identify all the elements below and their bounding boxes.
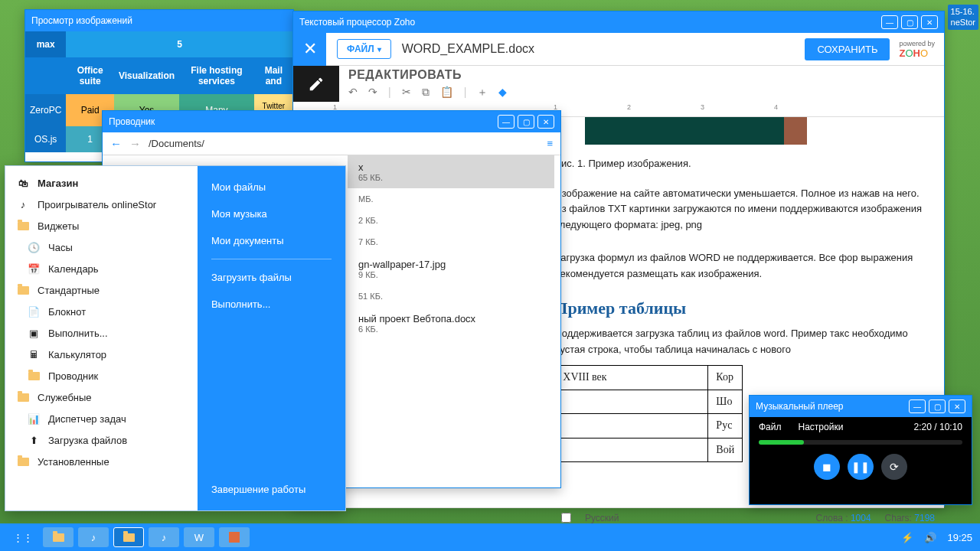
taskbar-app-music[interactable]: ♪: [149, 527, 179, 547]
start-item-13[interactable]: Установленные: [5, 451, 198, 472]
explorer-nav: ← → /Documents/ ≡: [103, 132, 560, 155]
repeat-button[interactable]: ⟳: [881, 454, 907, 480]
run-icon: ▣: [27, 328, 41, 339]
start-button[interactable]: ⋮⋮: [8, 527, 38, 547]
hamburger-icon[interactable]: ≡: [547, 138, 553, 149]
image-viewer-title: Просмотр изображений: [31, 15, 132, 26]
start-item-label: Блокнот: [48, 306, 86, 318]
minimize-button[interactable]: —: [909, 399, 926, 413]
format-sidebar-button[interactable]: [293, 66, 339, 102]
explorer-title: Проводник: [109, 116, 155, 127]
taskbar-app-image[interactable]: [219, 527, 250, 547]
start-item-label: Проигрыватель onlineStor: [38, 199, 156, 210]
volume-icon[interactable]: 🔊: [924, 532, 936, 543]
sample-table: XVIII векКор Шо Рус Вой: [554, 365, 743, 462]
start-item-9[interactable]: Проводник: [5, 365, 198, 386]
explorer-titlebar[interactable]: Проводник — ▢ ✕: [103, 111, 560, 132]
folder-icon: [53, 533, 64, 542]
file-item[interactable]: 7 КБ.: [348, 231, 554, 253]
run-link[interactable]: Выполнить...: [198, 291, 345, 318]
start-item-4[interactable]: 📅Календарь: [5, 258, 198, 279]
zoho-close-panel-button[interactable]: ✕: [293, 33, 326, 66]
player-file-menu[interactable]: Файл: [759, 422, 782, 432]
cut-icon[interactable]: ✂: [402, 86, 411, 99]
file-item[interactable]: gn-wallpaper-17.jpg9 КБ.: [348, 253, 554, 285]
path-display[interactable]: /Documents/: [149, 138, 547, 149]
file-item[interactable]: x65 КБ.: [348, 155, 554, 188]
file-menu-button[interactable]: ФАЙЛ: [337, 39, 391, 59]
document-name: WORD_EXAMPLE.docx: [402, 42, 534, 56]
music-player-titlebar[interactable]: Музыкальный плеер — ▢ ✕: [750, 396, 972, 417]
file-item[interactable]: 2 КБ.: [348, 210, 554, 231]
undo-icon[interactable]: ↶: [348, 86, 358, 99]
shutdown-link[interactable]: Завершение работы: [198, 476, 345, 503]
taskbar-pin-music[interactable]: ♪: [78, 527, 109, 547]
taskbar-app-explorer[interactable]: [113, 527, 144, 547]
desktop-clock-fragment: 15-16. neStor: [948, 5, 978, 30]
maximize-button[interactable]: ▢: [518, 115, 534, 129]
progress-fill: [759, 440, 804, 445]
eraser-icon[interactable]: ◆: [498, 86, 507, 99]
minimize-button[interactable]: —: [881, 15, 898, 29]
back-button[interactable]: ←: [110, 137, 122, 150]
player-settings-menu[interactable]: Настройки: [799, 422, 844, 432]
network-icon[interactable]: ⚡: [901, 532, 913, 543]
zoho-titlebar[interactable]: Текстовый процессор Zoho — ▢ ✕: [293, 11, 944, 33]
my-documents-link[interactable]: Мои документы: [198, 227, 345, 254]
start-item-label: Стандартные: [38, 285, 100, 296]
stop-button[interactable]: ◼: [814, 454, 840, 480]
start-item-label: Калькулятор: [48, 349, 106, 360]
figure-caption: Рис. 1. Пример изображения.: [554, 156, 929, 172]
folder-icon: [16, 222, 30, 230]
start-menu-places: Мои файлы Моя музыка Мои документы Загру…: [198, 166, 345, 510]
add-icon[interactable]: ＋: [477, 86, 488, 99]
close-button[interactable]: ✕: [537, 115, 554, 129]
maximize-button[interactable]: ▢: [929, 399, 946, 413]
folder2-icon: [27, 372, 41, 380]
taskbar-clock[interactable]: 19:25: [947, 532, 972, 543]
start-item-5[interactable]: Стандартные: [5, 279, 198, 301]
taskbar-app-word[interactable]: W: [184, 527, 214, 547]
lang-checkbox[interactable]: [561, 513, 571, 523]
file-item[interactable]: 51 КБ.: [348, 285, 554, 307]
paragraph: Изображение на сайте автоматически умень…: [554, 186, 929, 233]
note-icon: 📄: [27, 306, 41, 318]
taskbar-pin-explorer[interactable]: [43, 527, 74, 547]
start-item-3[interactable]: 🕓Часы: [5, 236, 198, 258]
folder-icon: [123, 533, 135, 542]
file-item[interactable]: МБ.: [348, 188, 554, 210]
forward-button[interactable]: →: [129, 137, 141, 150]
redo-icon[interactable]: ↷: [368, 86, 377, 99]
start-item-label: Проводник: [48, 370, 98, 382]
upload-files-link[interactable]: Загрузить файлы: [198, 264, 345, 291]
edit-tab-label: РЕДАКТИРОВАТЬ: [348, 68, 944, 82]
start-item-0[interactable]: 🛍Магазин: [5, 172, 198, 194]
start-item-12[interactable]: ⬆Загрузка файлов: [5, 429, 198, 451]
start-item-2[interactable]: Виджеты: [5, 215, 198, 236]
save-button[interactable]: СОХРАНИТЬ: [805, 38, 890, 60]
close-button[interactable]: ✕: [949, 399, 965, 413]
paragraph: Поддерживается загрузка таблиц из файлов…: [554, 326, 929, 358]
start-item-1[interactable]: ♪Проигрыватель onlineStor: [5, 194, 198, 215]
my-music-link[interactable]: Моя музыка: [198, 201, 345, 227]
start-item-7[interactable]: ▣Выполнить...: [5, 322, 198, 344]
start-item-label: Календарь: [48, 263, 99, 275]
minimize-button[interactable]: —: [498, 115, 514, 129]
start-item-11[interactable]: 📊Диспетчер задач: [5, 408, 198, 429]
copy-icon[interactable]: ⧉: [422, 86, 430, 99]
image-viewer-titlebar[interactable]: Просмотр изображений: [25, 10, 293, 31]
file-item[interactable]: ный проект Вебтопа.docx6 КБ.: [348, 307, 554, 340]
start-menu-programs: 🛍Магазин♪Проигрыватель onlineStorВиджеты…: [5, 166, 198, 510]
paste-icon[interactable]: 📋: [440, 86, 453, 99]
start-item-8[interactable]: 🖩Калькулятор: [5, 344, 198, 365]
progress-bar[interactable]: [759, 440, 962, 445]
start-item-10[interactable]: Служебные: [5, 386, 198, 408]
calendar-icon: 📅: [27, 263, 41, 275]
pause-button[interactable]: ❚❚: [848, 454, 874, 480]
folder-icon: [16, 393, 30, 402]
close-button[interactable]: ✕: [921, 15, 938, 29]
my-files-link[interactable]: Мои файлы: [198, 174, 345, 201]
maximize-button[interactable]: ▢: [901, 15, 918, 29]
calc-icon: 🖩: [27, 349, 41, 360]
start-item-6[interactable]: 📄Блокнот: [5, 301, 198, 322]
